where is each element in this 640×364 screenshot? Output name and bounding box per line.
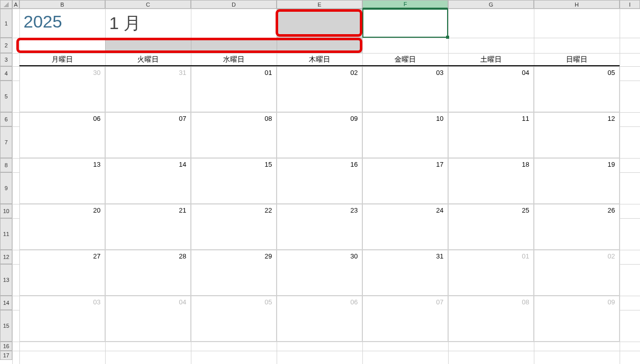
calendar-cell[interactable]: 01	[191, 66, 277, 112]
calendar-date: 30	[351, 252, 358, 260]
calendar-cell[interactable]: 09	[277, 112, 362, 158]
col-header-G[interactable]: G	[448, 0, 534, 9]
calendar-cell[interactable]: 06	[19, 112, 105, 158]
calendar-date: 30	[93, 69, 101, 76]
dow-header: 水曜日	[191, 53, 277, 66]
row-header-3[interactable]: 3	[0, 53, 12, 66]
row-header-4[interactable]: 4	[0, 66, 12, 81]
row-header-1[interactable]: 1	[0, 9, 12, 38]
calendar-cell[interactable]: 12	[534, 112, 620, 158]
calendar-cell[interactable]: 15	[191, 158, 277, 204]
row-header-2[interactable]: 2	[0, 38, 12, 53]
row-header-12[interactable]: 12	[0, 250, 12, 264]
calendar-cell[interactable]: 02	[277, 66, 362, 112]
calendar-date: 06	[93, 115, 101, 122]
calendar-cell[interactable]: 08	[191, 112, 277, 158]
highlight-fill	[191, 38, 277, 53]
highlight-fill	[105, 38, 191, 53]
calendar-cell[interactable]: 28	[105, 250, 191, 296]
col-header-C[interactable]: C	[105, 0, 191, 9]
calendar-cell[interactable]: 29	[191, 250, 277, 296]
col-header-F[interactable]: F	[362, 0, 448, 9]
calendar-cell[interactable]: 31	[362, 250, 448, 296]
calendar-cell[interactable]: 11	[448, 112, 534, 158]
calendar-date: 14	[179, 161, 186, 168]
row-header-9[interactable]: 9	[0, 172, 12, 204]
row-header-15[interactable]: 15	[0, 310, 12, 342]
calendar-cell[interactable]: 19	[534, 158, 620, 204]
row-header-6[interactable]: 6	[0, 112, 12, 126]
calendar-cell[interactable]: 21	[105, 204, 191, 250]
calendar-date: 18	[522, 161, 529, 168]
calendar-date: 04	[522, 69, 529, 76]
col-header-E[interactable]: E	[277, 0, 362, 9]
row-header-7[interactable]: 7	[0, 126, 12, 158]
calendar-date: 29	[265, 252, 272, 260]
calendar-date: 24	[436, 206, 444, 214]
row-header-17[interactable]: 17	[0, 351, 12, 360]
calendar-cell[interactable]: 20	[19, 204, 105, 250]
calendar-cell[interactable]: 30	[19, 66, 105, 112]
calendar-cell[interactable]: 05	[191, 296, 277, 342]
dow-header: 月曜日	[19, 53, 105, 66]
calendar-date: 12	[608, 115, 615, 122]
calendar-cell[interactable]: 08	[448, 296, 534, 342]
calendar-cell[interactable]: 07	[362, 296, 448, 342]
calendar-cell[interactable]: 03	[362, 66, 448, 112]
calendar-cell[interactable]: 07	[105, 112, 191, 158]
calendar-cell[interactable]: 24	[362, 204, 448, 250]
row-header-13[interactable]: 13	[0, 264, 12, 296]
calendar-date: 11	[522, 115, 529, 122]
calendar-cell[interactable]: 25	[448, 204, 534, 250]
calendar-date: 01	[265, 69, 272, 76]
calendar-cell[interactable]: 22	[191, 204, 277, 250]
row-header-10[interactable]: 10	[0, 204, 12, 218]
row-header-16[interactable]: 16	[0, 342, 12, 351]
calendar-date: 08	[522, 298, 529, 306]
select-all-corner[interactable]	[0, 0, 12, 9]
col-header-B[interactable]: B	[19, 0, 105, 9]
calendar-cell[interactable]: 23	[277, 204, 362, 250]
calendar-date: 03	[436, 69, 444, 76]
row-header-5[interactable]: 5	[0, 81, 12, 112]
calendar-cell[interactable]: 31	[105, 66, 191, 112]
calendar-date: 05	[265, 298, 272, 306]
row-header-8[interactable]: 8	[0, 158, 12, 172]
calendar-date: 23	[351, 206, 358, 214]
calendar-cell[interactable]: 06	[277, 296, 362, 342]
calendar-date: 10	[436, 115, 444, 122]
calendar-cell[interactable]: 16	[277, 158, 362, 204]
calendar-month: 1 月	[109, 12, 141, 35]
calendar-cell[interactable]: 30	[277, 250, 362, 296]
calendar-date: 08	[265, 115, 272, 122]
calendar-cell[interactable]: 10	[362, 112, 448, 158]
calendar-cell[interactable]: 04	[105, 296, 191, 342]
gridline	[12, 9, 13, 364]
calendar-date: 28	[179, 252, 186, 260]
calendar-date: 27	[93, 252, 101, 260]
calendar-cell[interactable]: 26	[534, 204, 620, 250]
fill-handle[interactable]	[446, 36, 449, 39]
calendar-cell[interactable]: 02	[534, 250, 620, 296]
calendar-cell[interactable]: 18	[448, 158, 534, 204]
highlight-fill	[277, 38, 362, 53]
calendar-date: 13	[93, 161, 101, 168]
calendar-cell[interactable]: 27	[19, 250, 105, 296]
col-header-H[interactable]: H	[534, 0, 620, 9]
row-header-14[interactable]: 14	[0, 296, 12, 310]
col-header-I[interactable]: I	[620, 0, 640, 9]
calendar-cell[interactable]: 05	[534, 66, 620, 112]
calendar-cell[interactable]: 09	[534, 296, 620, 342]
calendar-cell[interactable]: 13	[19, 158, 105, 204]
calendar-cell[interactable]: 14	[105, 158, 191, 204]
col-header-D[interactable]: D	[191, 0, 277, 9]
row-header-11[interactable]: 11	[0, 218, 12, 250]
calendar-year: 2025	[23, 12, 62, 32]
calendar-date: 15	[265, 161, 272, 168]
calendar-cell[interactable]: 03	[19, 296, 105, 342]
calendar-cell[interactable]: 01	[448, 250, 534, 296]
calendar-cell[interactable]: 17	[362, 158, 448, 204]
calendar-cell[interactable]: 04	[448, 66, 534, 112]
spreadsheet-view: ABCDEFGHI123456789101112131415161720251 …	[0, 0, 640, 364]
col-header-A[interactable]: A	[12, 0, 19, 9]
